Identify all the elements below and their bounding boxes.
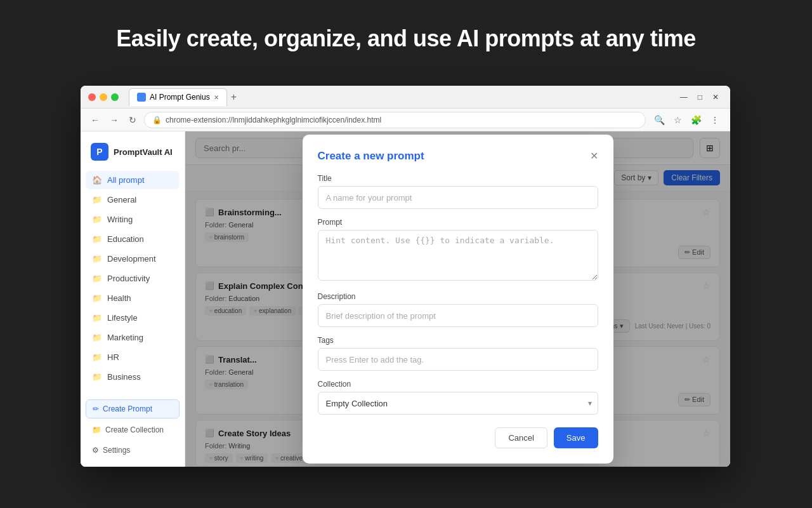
description-label: Description — [318, 292, 598, 301]
hero-text: Easily create, organize, and use AI prom… — [0, 25, 812, 52]
collection-form-group: Collection Empty Collection ▾ — [318, 380, 598, 415]
tags-form-group: Tags — [318, 336, 598, 371]
sidebar-item-business[interactable]: 📁 Business — [86, 368, 180, 386]
tab-favicon — [137, 93, 146, 102]
refresh-button[interactable]: ↻ — [126, 114, 139, 126]
app-name: PromptVault AI — [114, 147, 173, 157]
zoom-button[interactable]: 🔍 — [651, 114, 668, 126]
collection-select-wrapper: Empty Collection ▾ — [318, 392, 598, 415]
forward-button[interactable]: → — [107, 114, 121, 126]
folder-icon-general: 📁 — [92, 195, 102, 204]
sidebar-item-development[interactable]: 📁 Development — [86, 250, 180, 268]
sidebar-item-marketing[interactable]: 📁 Marketing — [86, 328, 180, 347]
create-collection-button[interactable]: 📁 Create Collection — [86, 421, 180, 439]
sidebar-item-education[interactable]: 📁 Education — [86, 230, 180, 248]
extensions-button[interactable]: 🧩 — [688, 114, 705, 126]
title-input[interactable] — [318, 186, 598, 209]
browser-action-buttons: 🔍 ☆ 🧩 ⋮ — [651, 114, 723, 126]
collection-label: Collection — [318, 380, 598, 389]
description-form-group: Description — [318, 292, 598, 327]
tags-input[interactable] — [318, 348, 598, 371]
sidebar-label-general: General — [107, 195, 136, 204]
title-form-group: Title — [318, 174, 598, 209]
sidebar-item-hr[interactable]: 📁 HR — [86, 348, 180, 366]
create-collection-icon: 📁 — [92, 425, 102, 434]
folder-icon-education: 📁 — [92, 234, 102, 244]
folder-icon-development: 📁 — [92, 254, 102, 264]
lock-icon: 🔒 — [152, 116, 162, 124]
folder-icon-health: 📁 — [92, 293, 102, 303]
browser-minimize-button[interactable] — [100, 93, 107, 101]
browser-window: AI Prompt Genius ✕ + — □ ✕ ← → ↻ 🔒 chrom… — [81, 86, 730, 467]
description-input[interactable] — [318, 304, 598, 327]
settings-label: Settings — [103, 446, 130, 455]
bookmark-button[interactable]: ☆ — [671, 114, 685, 126]
address-bar[interactable]: 🔒 chrome-extension://lnmjiddahkephkglgln… — [144, 112, 646, 128]
sidebar-item-productivity[interactable]: 📁 Productivity — [86, 269, 180, 288]
modal-title: Create a new prompt — [318, 150, 424, 163]
sidebar-label-health: Health — [107, 293, 131, 303]
sidebar-label-productivity: Productivity — [107, 274, 150, 283]
tab-title: AI Prompt Genius — [150, 93, 210, 102]
modal-overlay[interactable]: Create a new prompt ✕ Title Prompt Descr… — [185, 131, 730, 467]
browser-controls — [88, 93, 119, 101]
active-tab[interactable]: AI Prompt Genius ✕ — [129, 88, 227, 106]
window-minimize[interactable]: — — [676, 93, 691, 102]
sidebar-item-writing[interactable]: 📁 Writing — [86, 210, 180, 229]
collection-select[interactable]: Empty Collection — [318, 392, 598, 415]
sidebar: P PromptVault AI 🏠 All prompt 📁 General … — [81, 131, 185, 467]
sidebar-item-all-prompt[interactable]: 🏠 All prompt — [86, 171, 180, 189]
create-prompt-button[interactable]: ✏ Create Prompt — [86, 399, 180, 418]
tags-label: Tags — [318, 336, 598, 345]
sidebar-label-all-prompt: All prompt — [107, 175, 145, 185]
window-controls: — □ ✕ — [676, 93, 723, 102]
create-collection-label: Create Collection — [105, 425, 164, 434]
sidebar-label-development: Development — [107, 254, 156, 264]
tab-bar: AI Prompt Genius ✕ + — [129, 88, 671, 106]
sidebar-label-lifestyle: Lifestyle — [107, 313, 138, 323]
window-maximize[interactable]: □ — [694, 93, 706, 102]
folder-icon-hr: 📁 — [92, 352, 102, 362]
app-content: P PromptVault AI 🏠 All prompt 📁 General … — [81, 131, 730, 467]
modal-header: Create a new prompt ✕ — [318, 150, 598, 163]
folder-icon-productivity: 📁 — [92, 274, 102, 283]
title-label: Title — [318, 174, 598, 183]
create-prompt-icon: ✏ — [93, 404, 99, 413]
settings-button[interactable]: ⚙ Settings — [86, 441, 180, 459]
home-icon: 🏠 — [92, 175, 102, 185]
main-area: ⊞ Sort by ▾ Clear Filters ⬜ Brainstormi — [185, 131, 730, 467]
folder-icon-marketing: 📁 — [92, 333, 102, 342]
sidebar-item-lifestyle[interactable]: 📁 Lifestyle — [86, 309, 180, 327]
settings-icon: ⚙ — [92, 446, 99, 455]
browser-addressbar: ← → ↻ 🔒 chrome-extension://lnmjiddahkeph… — [81, 109, 730, 131]
sidebar-label-education: Education — [107, 234, 144, 244]
logo-icon: P — [91, 143, 108, 161]
more-button[interactable]: ⋮ — [707, 114, 723, 126]
folder-icon-business: 📁 — [92, 372, 102, 382]
folder-icon-writing: 📁 — [92, 215, 102, 224]
tab-close-button[interactable]: ✕ — [214, 94, 219, 101]
modal-close-button[interactable]: ✕ — [590, 151, 598, 161]
create-prompt-label: Create Prompt — [103, 404, 152, 413]
window-close[interactable]: ✕ — [709, 93, 723, 102]
browser-maximize-button[interactable] — [111, 93, 119, 101]
sidebar-label-business: Business — [107, 372, 141, 382]
browser-titlebar: AI Prompt Genius ✕ + — □ ✕ — [81, 86, 730, 109]
sidebar-label-marketing: Marketing — [107, 333, 143, 342]
sidebar-label-hr: HR — [107, 352, 119, 362]
create-prompt-modal: Create a new prompt ✕ Title Prompt Descr… — [303, 135, 613, 464]
cancel-button[interactable]: Cancel — [495, 427, 547, 448]
new-tab-button[interactable]: + — [231, 91, 237, 103]
prompt-textarea[interactable] — [318, 230, 598, 281]
back-button[interactable]: ← — [88, 114, 102, 126]
modal-footer: Cancel Save — [318, 427, 598, 448]
prompt-label: Prompt — [318, 218, 598, 227]
sidebar-bottom: ✏ Create Prompt 📁 Create Collection ⚙ Se… — [86, 399, 180, 459]
prompt-form-group: Prompt — [318, 218, 598, 283]
save-button[interactable]: Save — [554, 427, 598, 448]
browser-close-button[interactable] — [88, 93, 96, 101]
sidebar-item-general[interactable]: 📁 General — [86, 190, 180, 209]
sidebar-logo: P PromptVault AI — [86, 139, 180, 170]
sidebar-item-health[interactable]: 📁 Health — [86, 289, 180, 307]
url-text: chrome-extension://lnmjiddahkephkglglnim… — [166, 116, 381, 124]
